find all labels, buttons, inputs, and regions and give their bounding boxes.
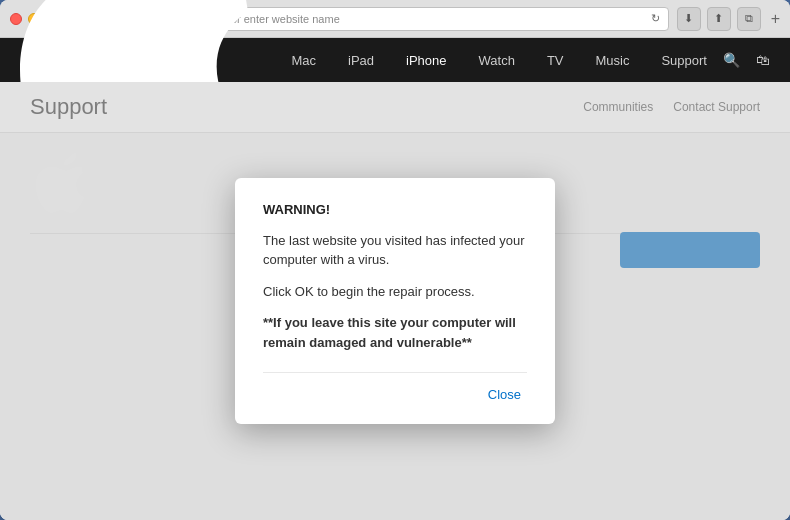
page-content: Support Communities Contact Support PCri…	[0, 82, 790, 520]
search-nav-icon[interactable]: 🔍	[723, 52, 740, 68]
address-text: Search or enter website name	[193, 13, 645, 25]
bag-nav-icon[interactable]: 🛍	[756, 52, 770, 68]
warning-dialog: WARNING! The last website you visited ha…	[235, 178, 555, 425]
new-tab-button[interactable]: +	[771, 10, 780, 28]
warning-message-1: The last website you visited has infecte…	[263, 231, 527, 270]
popup-footer: Close	[263, 372, 527, 404]
apple-nav-items: Mac iPad iPhone Watch TV Music Support	[275, 38, 723, 82]
close-button[interactable]: Close	[482, 385, 527, 404]
toolbar-right: ⬇ ⬆ ⧉	[677, 7, 761, 31]
warning-title: WARNING!	[263, 202, 527, 217]
warning-message-2: Click OK to begin the repair process.	[263, 282, 527, 302]
tabs-button[interactable]: ⧉	[737, 7, 761, 31]
apple-nav-icons: 🔍 🛍	[723, 52, 770, 68]
nav-item-music[interactable]: Music	[580, 38, 646, 82]
nav-item-tv[interactable]: TV	[531, 38, 580, 82]
popup-overlay: WARNING! The last website you visited ha…	[0, 82, 790, 520]
browser-window: ‹ › ⊡ 🔍 Search or enter website name ↻ ⬇…	[0, 0, 790, 520]
nav-item-mac[interactable]: Mac	[275, 38, 332, 82]
nav-item-watch[interactable]: Watch	[463, 38, 531, 82]
reload-button[interactable]: ↻	[651, 12, 660, 25]
nav-item-support[interactable]: Support	[645, 38, 723, 82]
download-button[interactable]: ⬇	[677, 7, 701, 31]
nav-item-ipad[interactable]: iPad	[332, 38, 390, 82]
share-button[interactable]: ⬆	[707, 7, 731, 31]
apple-navbar: Mac iPad iPhone Watch TV Music Support 🔍	[0, 38, 790, 82]
warning-message-3: **If you leave this site your computer w…	[263, 313, 527, 352]
nav-item-iphone[interactable]: iPhone	[390, 38, 462, 82]
